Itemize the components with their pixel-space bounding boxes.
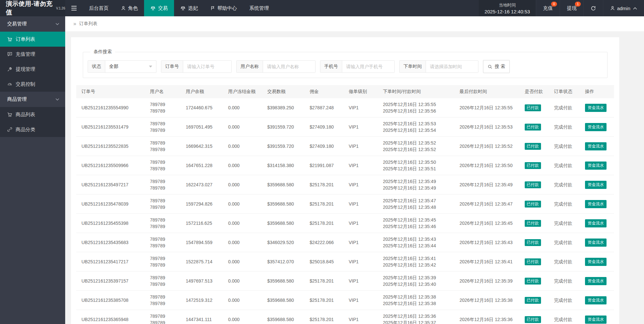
scales-icon — [150, 6, 156, 11]
order-no-input[interactable] — [183, 61, 231, 72]
table-row: UB2512161235554990 789789 789789 1724460… — [76, 98, 614, 117]
cell-order-no: UB2512161235554990 — [76, 98, 147, 117]
cell-level: VIP1 — [345, 98, 380, 117]
sidebar-group-trade-management[interactable]: 交易管理 — [0, 16, 65, 32]
cell-balance: 1572116.625 — [183, 214, 225, 233]
table-row: UB2512161235365948 789789 789789 1447341… — [76, 310, 614, 324]
cell-commission: $25018.845 — [306, 252, 345, 271]
recharge-badge: 0 — [551, 2, 557, 7]
cell-status: 完成付款 — [551, 117, 582, 137]
cell-last-pay-time: 2026年12月16日 12:35:36 — [456, 310, 521, 324]
gavel-icon — [7, 67, 12, 72]
cart-icon — [7, 112, 12, 117]
cell-username: 789789 789789 — [147, 117, 183, 137]
link-icon — [7, 127, 12, 132]
phone-input[interactable] — [342, 61, 394, 72]
fund-flow-button[interactable]: 资金流水 — [585, 239, 607, 247]
paid-badge: 已付款 — [525, 220, 541, 227]
top-menu-item-home[interactable]: 后台首页 — [83, 0, 115, 16]
cell-amount: $359688.580 — [264, 310, 306, 324]
top-menu-label: 角色 — [128, 5, 138, 11]
sidebar-group-label: 交易管理 — [7, 21, 27, 27]
menu-toggle-button[interactable] — [65, 0, 83, 16]
fund-flow-button[interactable]: 资金流水 — [585, 200, 607, 208]
username-line-1: 789789 — [150, 217, 179, 223]
refresh-button[interactable] — [583, 0, 603, 16]
withdraw-button[interactable]: 提现 1 — [560, 0, 583, 16]
order-time: 2025年12月16日 12:35:38 — [383, 294, 453, 300]
cell-order-no: UB2512161235531479 — [76, 117, 147, 137]
fund-flow-button[interactable]: 资金流水 — [585, 142, 607, 150]
top-menu-label: 帮助中心 — [217, 5, 237, 11]
username-line-1: 789789 — [150, 274, 179, 281]
app-title: 演示使用-请勿充值 — [6, 0, 55, 17]
top-menu-item-trade[interactable]: 交易 — [144, 0, 174, 16]
cell-amount: $359688.580 — [264, 194, 306, 214]
username-line-2: 789789 — [150, 146, 179, 153]
local-time-value: 2025-12-16 12:40:53 — [485, 9, 530, 14]
order-time: 2025年12月16日 12:35:47 — [383, 197, 453, 204]
fund-flow-button[interactable]: 资金流水 — [585, 277, 607, 285]
username-line-2: 789789 — [150, 223, 179, 230]
orders-table: 订单号 用户名 用户余额 用户冻结金额 交易数额 佣金 做单级别 下单时间/付款… — [76, 85, 614, 324]
cell-balance: 1622473.027 — [183, 175, 225, 194]
paid-badge: 已付款 — [525, 124, 541, 131]
user-menu[interactable]: admin — [603, 0, 644, 16]
order-time: 2025年12月16日 12:35:43 — [383, 236, 453, 242]
sidebar-item-recharge-management[interactable]: 充值管理 — [0, 47, 65, 62]
cell-order-pay-time: 2025年12月16日 12:35:39 2025年12月16日 12:35:4… — [380, 271, 456, 291]
sidebar-item-label: 提现管理 — [16, 66, 35, 72]
fund-flow-button[interactable]: 资金流水 — [585, 162, 607, 170]
order-no-label: 订单号 — [161, 61, 183, 72]
top-menu-item-roles[interactable]: 角色 — [115, 0, 144, 16]
fund-flow-button[interactable]: 资金流水 — [585, 219, 607, 227]
cell-order-pay-time: 2025年12月16日 12:35:47 2025年12月16日 12:35:4… — [380, 194, 456, 214]
pay-time: 2025年12月16日 12:35:38 — [383, 300, 453, 307]
user-name-input[interactable] — [263, 61, 315, 72]
sidebar-group-product-management[interactable]: 商品管理 — [0, 92, 65, 107]
cell-order-no: UB2512161235522835 — [76, 137, 147, 156]
search-button[interactable]: 搜 索 — [483, 60, 510, 73]
order-time-input[interactable] — [426, 61, 478, 72]
recharge-button[interactable]: 充值 0 — [536, 0, 560, 16]
top-menu-item-help-center[interactable]: 帮助中心 — [204, 0, 243, 16]
cell-balance: 1472519.312 — [183, 291, 225, 310]
pay-time: 2025年12月16日 12:35:49 — [383, 185, 453, 191]
search-icon — [488, 64, 492, 69]
table-row: UB2512161235478039 789789 789789 1597294… — [76, 194, 614, 214]
sidebar-item-product-list[interactable]: 商品列表 — [0, 107, 65, 122]
fund-flow-button[interactable]: 资金流水 — [585, 123, 607, 131]
cell-paid: 已付款 — [521, 252, 551, 271]
fund-flow-button[interactable]: 资金流水 — [585, 316, 607, 324]
status-label: 状态 — [88, 61, 105, 72]
fund-flow-button[interactable]: 资金流水 — [585, 104, 607, 112]
paid-badge: 已付款 — [525, 297, 541, 304]
comment-icon — [7, 52, 12, 57]
content-area: 条件搜索 状态 全部 订单号 — [65, 31, 644, 324]
cell-level: VIP1 — [345, 291, 380, 310]
app-version: V.1.26 — [56, 7, 65, 10]
col-header-balance: 用户余额 — [183, 85, 225, 98]
sidebar-item-order-list[interactable]: 订单列表 — [0, 32, 65, 47]
sidebar-item-withdraw-management[interactable]: 提现管理 — [0, 62, 65, 77]
top-menu-label: 选妃 — [188, 5, 198, 11]
fund-flow-button[interactable]: 资金流水 — [585, 258, 607, 266]
sidebar-item-product-category[interactable]: 商品分类 — [0, 122, 65, 137]
top-menu-label: 系统管理 — [249, 5, 269, 11]
top-menu-item-system[interactable]: 系统管理 — [243, 0, 275, 16]
cell-frozen: 0.000 — [225, 137, 264, 156]
paid-badge: 已付款 — [525, 104, 541, 111]
cell-order-no: UB2512161235385708 — [76, 291, 147, 310]
status-select[interactable]: 全部 — [105, 61, 156, 72]
top-menu-item-xuanfei[interactable]: 选妃 — [174, 0, 204, 16]
cell-actions: 资金流水 — [582, 194, 614, 214]
fund-flow-button[interactable]: 资金流水 — [585, 296, 607, 304]
local-time-label: 当地时间 — [499, 2, 516, 8]
cell-status: 完成付款 — [551, 291, 582, 310]
chevron-down-icon — [55, 98, 59, 101]
sidebar-item-trade-control[interactable]: 交易控制 — [0, 77, 65, 92]
fund-flow-button[interactable]: 资金流水 — [585, 181, 607, 189]
cell-amount: $391559.720 — [264, 117, 306, 137]
cell-amount: $314158.380 — [264, 156, 306, 175]
phone-field-group: 手机号 — [320, 60, 395, 73]
